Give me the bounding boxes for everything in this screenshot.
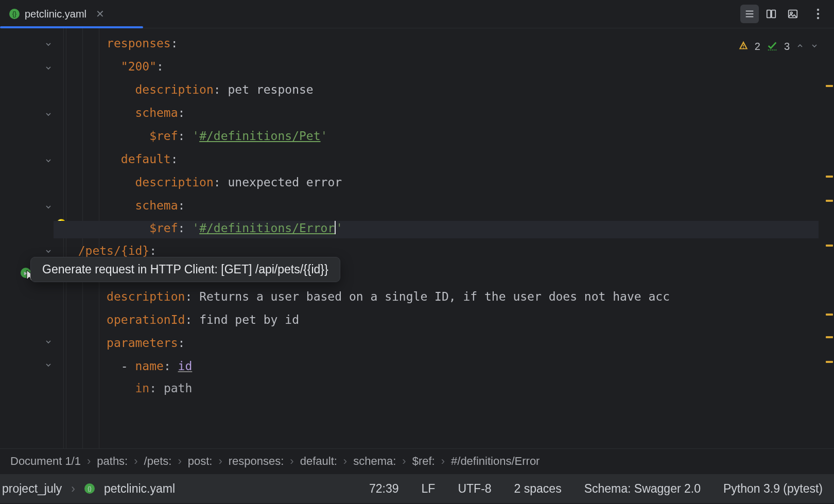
chevron-right-icon: ›: [71, 482, 75, 496]
stripe-mark[interactable]: [826, 176, 833, 178]
error-stripe[interactable]: [825, 28, 834, 448]
python-interpreter[interactable]: Python 3.9 (pytest): [712, 482, 834, 496]
stripe-mark[interactable]: [826, 361, 833, 363]
weak-warning-icon: [767, 40, 778, 54]
editor-tab-bar: {} petclinic.yaml ✕: [0, 0, 834, 28]
chevron-right-icon: ›: [134, 455, 137, 468]
svg-rect-3: [767, 10, 771, 18]
stripe-mark[interactable]: [826, 85, 833, 87]
run-http-request-gutter-icon[interactable]: ▶: [21, 268, 31, 278]
editor-layout-controls: [740, 5, 834, 23]
file-name[interactable]: petclinic.yaml: [104, 482, 175, 496]
weak-warning-count: 3: [784, 41, 790, 53]
svg-point-9: [817, 17, 819, 19]
chevron-right-icon: ›: [87, 455, 91, 468]
tooltip-text: Generate request in HTTP Client: [GET] /…: [42, 263, 328, 276]
next-highlight-button[interactable]: [810, 41, 819, 53]
svg-point-7: [817, 9, 819, 11]
navigation-bar: project_july › {} petclinic.yaml: [0, 482, 175, 496]
warning-icon: [738, 40, 749, 53]
stripe-mark[interactable]: [826, 200, 833, 202]
fold-toggle[interactable]: [43, 360, 54, 371]
chevron-right-icon: ›: [343, 455, 347, 468]
inspections-widget[interactable]: 2 3: [738, 40, 819, 54]
svg-rect-11: [743, 47, 744, 48]
close-tab-icon[interactable]: ✕: [96, 8, 105, 20]
json-schema[interactable]: Schema: Swagger 2.0: [573, 482, 712, 496]
gutter-tooltip: Generate request in HTTP Client: [GET] /…: [30, 257, 340, 282]
editor-mode-split-button[interactable]: [762, 5, 780, 23]
svg-point-8: [817, 13, 819, 15]
file-tab-label: petclinic.yaml: [25, 8, 86, 20]
fold-toggle[interactable]: [43, 247, 54, 257]
status-bar: project_july › {} petclinic.yaml 72:39 L…: [0, 474, 834, 503]
indent-setting[interactable]: 2 spaces: [503, 482, 573, 496]
fold-toggle[interactable]: [43, 202, 54, 213]
tabbar-more-menu-icon[interactable]: [810, 5, 826, 23]
breadcrumb-item[interactable]: schema:: [353, 455, 396, 468]
openapi-file-icon: {}: [9, 9, 20, 19]
editor-area: 2 3 💡 ▶ responses:: [0, 28, 834, 448]
breadcrumb-item[interactable]: /pets:: [144, 455, 172, 468]
stripe-mark[interactable]: [826, 245, 833, 247]
breadcrumb-item[interactable]: $ref:: [412, 455, 435, 468]
svg-rect-10: [743, 45, 744, 46]
stripe-mark[interactable]: [826, 314, 833, 316]
svg-rect-4: [772, 10, 775, 18]
breadcrumb-item[interactable]: #/definitions/Error: [451, 455, 540, 468]
editor-gutter: 💡 ▶: [0, 28, 64, 448]
stripe-mark[interactable]: [826, 336, 833, 338]
breadcrumb-bar: Document 1/1› paths:› /pets:› post:› res…: [0, 448, 834, 474]
fold-toggle[interactable]: [43, 63, 54, 74]
chevron-right-icon: ›: [218, 455, 222, 468]
editor-mode-preview-button[interactable]: [784, 5, 802, 23]
editor-mode-text-button[interactable]: [740, 5, 759, 23]
warning-count: 2: [755, 41, 760, 53]
chevron-right-icon: ›: [441, 455, 445, 468]
breadcrumb-item[interactable]: Document 1/1: [10, 455, 81, 468]
openapi-file-icon: {}: [84, 483, 95, 494]
file-encoding[interactable]: UTF-8: [446, 482, 502, 496]
project-name[interactable]: project_july: [2, 482, 62, 496]
caret-position[interactable]: 72:39: [358, 482, 410, 496]
svg-point-6: [790, 12, 792, 14]
fold-toggle[interactable]: [43, 110, 54, 120]
breadcrumb-item[interactable]: paths:: [97, 455, 128, 468]
breadcrumb-item[interactable]: post:: [188, 455, 213, 468]
line-separator[interactable]: LF: [410, 482, 447, 496]
breadcrumb-item[interactable]: responses:: [229, 455, 284, 468]
code-editor[interactable]: responses: "200": description: pet respo…: [64, 28, 834, 448]
chevron-right-icon: ›: [402, 455, 406, 468]
file-tab[interactable]: {} petclinic.yaml ✕: [0, 0, 114, 28]
fold-toggle[interactable]: [43, 40, 54, 50]
chevron-right-icon: ›: [178, 455, 181, 468]
fold-toggle[interactable]: [43, 337, 54, 347]
prev-highlight-button[interactable]: [796, 41, 804, 53]
chevron-right-icon: ›: [290, 455, 293, 468]
breadcrumb-item[interactable]: default:: [300, 455, 337, 468]
fold-toggle[interactable]: [43, 156, 54, 166]
